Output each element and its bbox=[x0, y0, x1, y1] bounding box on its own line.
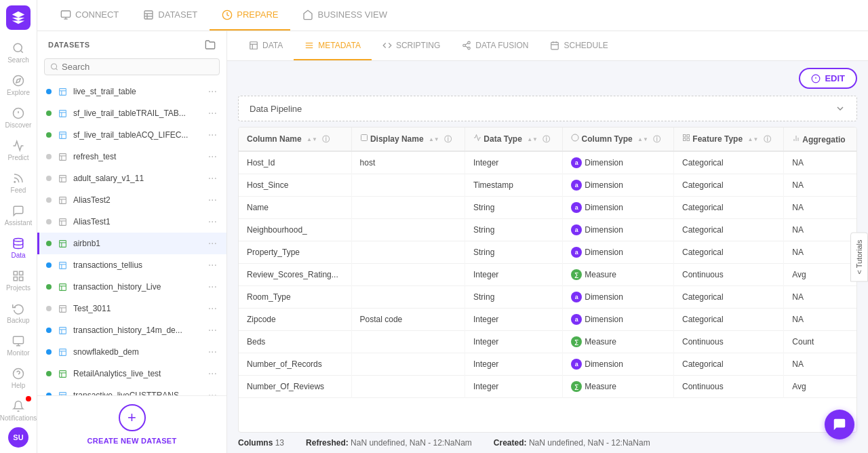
col-header-display-name: Display Name ▲▼ ⓘ bbox=[351, 127, 465, 151]
search-input[interactable] bbox=[62, 62, 214, 72]
list-item[interactable]: refresh_test ··· bbox=[37, 146, 226, 168]
table-row[interactable]: Host_Since Timestamp a Dimension Categor… bbox=[239, 174, 856, 197]
dataset-more-btn[interactable]: ··· bbox=[207, 151, 218, 163]
list-item[interactable]: AliasTest1 ··· bbox=[37, 211, 226, 233]
chat-button[interactable] bbox=[825, 410, 854, 439]
list-item[interactable]: transaction_history_Live ··· bbox=[37, 276, 226, 298]
cell-aggregation: Avg bbox=[784, 264, 856, 286]
sidebar-item-explore[interactable]: Explore bbox=[0, 69, 37, 102]
sort-icon[interactable]: ▲▼ bbox=[747, 136, 758, 142]
sort-icon[interactable]: ▲▼ bbox=[307, 136, 317, 142]
tutorials-tab[interactable]: < Tutorials bbox=[850, 232, 868, 281]
list-item[interactable]: RetailAnalytics_live_test ··· bbox=[37, 363, 226, 385]
list-item[interactable]: transaction_history_14m_de... ··· bbox=[37, 319, 226, 341]
dataset-more-btn[interactable]: ··· bbox=[207, 237, 218, 250]
dataset-more-btn[interactable]: ··· bbox=[207, 107, 218, 119]
table-row[interactable]: Number_of_Records Integer a Dimension Ca… bbox=[239, 353, 856, 376]
table-row[interactable]: Property_Type String a Dimension Categor… bbox=[239, 241, 856, 264]
status-dot bbox=[46, 176, 52, 181]
table-row[interactable]: Name String a Dimension Categorical NA bbox=[239, 197, 856, 219]
info-icon[interactable]: ⓘ bbox=[444, 135, 452, 143]
table-row[interactable]: Neighbourhood_ String a Dimension Catego… bbox=[239, 219, 856, 241]
sidebar-item-help[interactable]: Help bbox=[0, 362, 37, 395]
dataset-more-btn[interactable]: ··· bbox=[207, 194, 218, 206]
nav-prepare[interactable]: PREPARE bbox=[210, 0, 290, 31]
dataset-more-btn[interactable]: ··· bbox=[207, 172, 218, 184]
list-item[interactable]: snowflakedb_dem ··· bbox=[37, 341, 226, 363]
data-fusion-tab-icon bbox=[462, 41, 471, 50]
table-row[interactable]: Zipcode Postal code Integer a Dimension … bbox=[239, 309, 856, 331]
cell-feature-type: Categorical bbox=[673, 241, 783, 264]
list-item[interactable]: transactive_liveCUSTTRANS... ··· bbox=[37, 385, 226, 395]
sidebar-item-predict[interactable]: Predict bbox=[0, 134, 37, 167]
dataset-more-btn[interactable]: ··· bbox=[207, 346, 218, 358]
list-item[interactable]: airbnb1 ··· bbox=[37, 233, 226, 254]
table-row[interactable]: Review_Scores_Rating... Integer ∑ Measur… bbox=[239, 264, 856, 286]
dataset-more-btn[interactable]: ··· bbox=[207, 368, 218, 380]
dataset-more-btn[interactable]: ··· bbox=[207, 259, 218, 271]
sidebar-item-data[interactable]: Data bbox=[0, 232, 37, 264]
list-item[interactable]: sf_live_trail_tableTRAIL_TAB... ··· bbox=[37, 102, 226, 124]
dataset-more-btn[interactable]: ··· bbox=[207, 302, 218, 315]
sidebar-item-projects[interactable]: Projects bbox=[0, 264, 37, 297]
table-row[interactable]: Beds Integer ∑ Measure Continuous Count bbox=[239, 331, 856, 353]
cell-column-type: a Dimension bbox=[563, 309, 674, 331]
dataset-more-btn[interactable]: ··· bbox=[207, 389, 218, 395]
sort-icon[interactable]: ▲▼ bbox=[429, 136, 439, 142]
cell-aggregation: Avg bbox=[784, 376, 856, 398]
info-icon[interactable]: ⓘ bbox=[542, 135, 550, 143]
dataset-type-icon bbox=[57, 325, 68, 336]
tab-schedule[interactable]: SCHEDULE bbox=[539, 31, 618, 60]
tab-data-fusion[interactable]: DATA FUSION bbox=[451, 31, 539, 60]
list-item[interactable]: AliasTest2 ··· bbox=[37, 189, 226, 211]
dataset-more-btn[interactable]: ··· bbox=[207, 281, 218, 293]
sidebar-item-backup[interactable]: Backup bbox=[0, 297, 37, 330]
nav-dataset[interactable]: DATASET bbox=[131, 0, 210, 31]
list-item[interactable]: Test_3011 ··· bbox=[37, 298, 226, 319]
tab-metadata[interactable]: METADATA bbox=[294, 31, 372, 60]
tab-data[interactable]: DATA bbox=[238, 31, 294, 60]
dataset-more-btn[interactable]: ··· bbox=[207, 324, 218, 336]
nav-business-view[interactable]: BUSINESS VIEW bbox=[290, 0, 399, 31]
create-dataset-button[interactable]: + bbox=[119, 404, 146, 431]
sidebar-item-search[interactable]: Search bbox=[0, 37, 37, 69]
avatar[interactable]: SU bbox=[8, 427, 28, 448]
list-item[interactable]: adult_salary_v1_11 ··· bbox=[37, 168, 226, 189]
sidebar-item-assistant[interactable]: Assistant bbox=[0, 199, 37, 232]
list-item[interactable]: transactions_tellius ··· bbox=[37, 254, 226, 276]
dataset-more-btn[interactable]: ··· bbox=[207, 129, 218, 141]
status-dot bbox=[46, 132, 52, 138]
tab-scripting[interactable]: SCRIPTING bbox=[372, 31, 451, 60]
nav-connect[interactable]: CONNECT bbox=[48, 0, 131, 31]
table-row[interactable]: Number_Of_Reviews Integer ∑ Measure Cont… bbox=[239, 376, 856, 398]
sidebar-item-label: Predict bbox=[7, 154, 28, 161]
info-icon[interactable]: ⓘ bbox=[764, 135, 771, 143]
sidebar-item-monitor[interactable]: Monitor bbox=[0, 330, 37, 362]
sidebar-item-discover[interactable]: Discover bbox=[0, 102, 37, 134]
list-item[interactable]: live_st_trail_table ··· bbox=[37, 81, 226, 102]
sidebar-item-feed[interactable]: Feed bbox=[0, 167, 37, 199]
dataset-name: AliasTest2 bbox=[73, 195, 201, 205]
edit-button[interactable]: EDIT bbox=[799, 68, 857, 89]
app-logo[interactable] bbox=[6, 5, 31, 30]
folder-icon[interactable] bbox=[205, 39, 216, 50]
cell-column-type: a Dimension bbox=[563, 219, 674, 241]
search-wrap[interactable] bbox=[44, 58, 220, 75]
table-row[interactable]: Room_Type String a Dimension Categorical… bbox=[239, 286, 856, 309]
tab-data-label: DATA bbox=[262, 41, 283, 50]
pipeline-section[interactable]: Data Pipeline bbox=[238, 96, 857, 121]
dataset-more-btn[interactable]: ··· bbox=[207, 85, 218, 98]
info-icon[interactable]: ⓘ bbox=[322, 135, 330, 143]
info-icon[interactable]: ⓘ bbox=[653, 135, 660, 143]
measure-badge: ∑ bbox=[571, 381, 582, 392]
cell-aggregation: NA bbox=[784, 309, 856, 331]
dataset-name: sf_live_trail_tableTRAIL_TAB... bbox=[73, 109, 201, 118]
sort-icon[interactable]: ▲▼ bbox=[527, 136, 538, 142]
sort-icon[interactable]: ▲▼ bbox=[637, 136, 648, 142]
list-item[interactable]: sf_live_trail_tableACQ_LIFEC... ··· bbox=[37, 124, 226, 146]
svg-rect-30 bbox=[59, 132, 66, 138]
sidebar-item-notifications[interactable]: Notifications bbox=[0, 395, 37, 427]
dataset-more-btn[interactable]: ··· bbox=[207, 216, 218, 228]
table-row[interactable]: Host_Id host Integer a Dimension Categor… bbox=[239, 151, 856, 174]
svg-line-85 bbox=[465, 43, 468, 44]
